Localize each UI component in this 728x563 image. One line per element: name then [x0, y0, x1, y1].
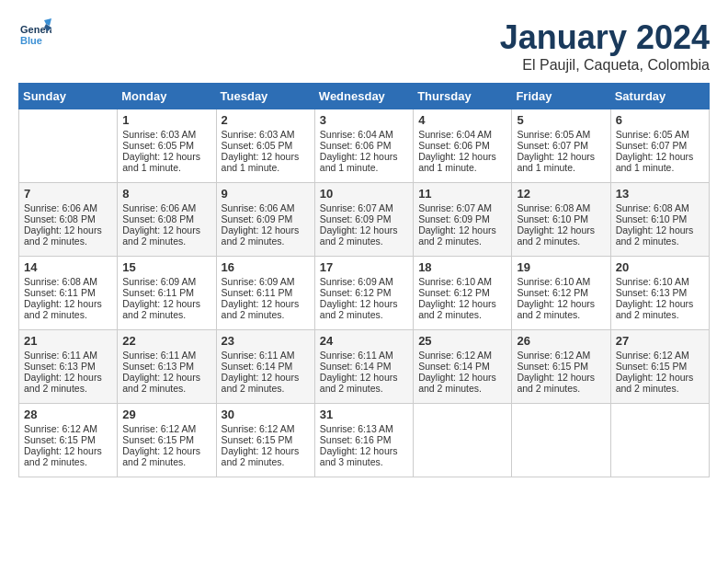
daylight-text: Daylight: 12 hours and 2 minutes. — [616, 372, 704, 394]
day-number: 29 — [122, 408, 210, 421]
day-number: 14 — [24, 260, 112, 274]
daylight-text: Daylight: 12 hours and 2 minutes. — [616, 298, 704, 320]
daylight-text: Daylight: 12 hours and 2 minutes. — [320, 298, 408, 320]
daylight-text: Daylight: 12 hours and 1 minute. — [418, 151, 506, 173]
svg-text:Blue: Blue — [20, 35, 42, 46]
sunset-text: Sunset: 6:09 PM — [418, 213, 506, 224]
month-title: January 2024 — [500, 18, 710, 57]
logo-icon: General Blue — [18, 18, 51, 52]
sunset-text: Sunset: 6:09 PM — [222, 213, 310, 224]
calendar-cell: 3Sunrise: 6:04 AMSunset: 6:06 PMDaylight… — [314, 109, 413, 183]
day-number: 7 — [24, 187, 112, 201]
sunrise-text: Sunrise: 6:03 AM — [122, 129, 210, 140]
day-number: 5 — [517, 113, 605, 127]
sunrise-text: Sunrise: 6:03 AM — [222, 129, 310, 140]
calendar-week-row: 1Sunrise: 6:03 AMSunset: 6:05 PMDaylight… — [19, 109, 710, 183]
calendar-cell: 2Sunrise: 6:03 AMSunset: 6:05 PMDaylight… — [216, 109, 314, 183]
calendar-cell: 10Sunrise: 6:07 AMSunset: 6:09 PMDayligh… — [314, 183, 413, 257]
daylight-text: Daylight: 12 hours and 1 minute. — [222, 151, 310, 173]
logo: General Blue — [18, 18, 51, 52]
calendar-cell: 27Sunrise: 6:12 AMSunset: 6:15 PMDayligh… — [610, 330, 709, 404]
sunset-text: Sunset: 6:12 PM — [320, 287, 408, 298]
sunset-text: Sunset: 6:14 PM — [320, 361, 408, 372]
sunrise-text: Sunrise: 6:12 AM — [24, 423, 112, 434]
day-number: 9 — [222, 187, 310, 201]
daylight-text: Daylight: 12 hours and 2 minutes. — [222, 224, 310, 247]
day-number: 19 — [517, 260, 605, 274]
daylight-text: Daylight: 12 hours and 2 minutes. — [24, 224, 112, 247]
sunrise-text: Sunrise: 6:04 AM — [320, 129, 408, 140]
sunset-text: Sunset: 6:13 PM — [122, 361, 210, 372]
calendar-cell: 11Sunrise: 6:07 AMSunset: 6:09 PMDayligh… — [414, 183, 512, 257]
sunset-text: Sunset: 6:11 PM — [24, 287, 112, 298]
sunrise-text: Sunrise: 6:05 AM — [616, 129, 704, 140]
sunrise-text: Sunrise: 6:13 AM — [320, 423, 408, 434]
daylight-text: Daylight: 12 hours and 2 minutes. — [122, 298, 210, 320]
day-number: 17 — [320, 260, 408, 274]
day-number: 28 — [24, 408, 112, 421]
sunrise-text: Sunrise: 6:11 AM — [222, 350, 310, 361]
day-number: 2 — [222, 113, 310, 127]
sunset-text: Sunset: 6:15 PM — [222, 434, 310, 445]
sunrise-text: Sunrise: 6:12 AM — [122, 423, 210, 434]
calendar-cell: 23Sunrise: 6:11 AMSunset: 6:14 PMDayligh… — [216, 330, 314, 404]
sunrise-text: Sunrise: 6:11 AM — [24, 350, 112, 361]
sunrise-text: Sunrise: 6:10 AM — [616, 276, 704, 287]
day-number: 12 — [517, 187, 605, 201]
sunrise-text: Sunrise: 6:07 AM — [320, 202, 408, 213]
day-number: 24 — [320, 334, 408, 348]
sunset-text: Sunset: 6:14 PM — [222, 361, 310, 372]
sunrise-text: Sunrise: 6:10 AM — [418, 276, 506, 287]
daylight-text: Daylight: 12 hours and 2 minutes. — [24, 372, 112, 394]
calendar-cell: 24Sunrise: 6:11 AMSunset: 6:14 PMDayligh… — [314, 330, 413, 404]
daylight-text: Daylight: 12 hours and 2 minutes. — [24, 298, 112, 320]
daylight-text: Daylight: 12 hours and 2 minutes. — [222, 372, 310, 394]
calendar-cell: 17Sunrise: 6:09 AMSunset: 6:12 PMDayligh… — [314, 257, 413, 330]
sunset-text: Sunset: 6:15 PM — [616, 361, 704, 372]
calendar-cell: 26Sunrise: 6:12 AMSunset: 6:15 PMDayligh… — [512, 330, 610, 404]
sunrise-text: Sunrise: 6:10 AM — [517, 276, 605, 287]
daylight-text: Daylight: 12 hours and 2 minutes. — [122, 372, 210, 394]
daylight-text: Daylight: 12 hours and 1 minute. — [517, 151, 605, 173]
day-number: 22 — [122, 334, 210, 348]
calendar-cell: 4Sunrise: 6:04 AMSunset: 6:06 PMDaylight… — [414, 109, 512, 183]
header-wednesday: Wednesday — [314, 84, 413, 109]
day-number: 21 — [24, 334, 112, 348]
calendar-cell: 16Sunrise: 6:09 AMSunset: 6:11 PMDayligh… — [216, 257, 314, 330]
sunrise-text: Sunrise: 6:11 AM — [320, 350, 408, 361]
sunset-text: Sunset: 6:14 PM — [418, 361, 506, 372]
calendar-cell: 1Sunrise: 6:03 AMSunset: 6:05 PMDaylight… — [118, 109, 216, 183]
calendar-cell: 30Sunrise: 6:12 AMSunset: 6:15 PMDayligh… — [216, 404, 314, 477]
calendar-week-row: 7Sunrise: 6:06 AMSunset: 6:08 PMDaylight… — [19, 183, 710, 257]
daylight-text: Daylight: 12 hours and 2 minutes. — [616, 224, 704, 247]
sunset-text: Sunset: 6:12 PM — [517, 287, 605, 298]
sunrise-text: Sunrise: 6:08 AM — [24, 276, 112, 287]
calendar-cell: 28Sunrise: 6:12 AMSunset: 6:15 PMDayligh… — [19, 404, 118, 477]
daylight-text: Daylight: 12 hours and 2 minutes. — [418, 298, 506, 320]
calendar-cell — [19, 109, 118, 183]
sunset-text: Sunset: 6:11 PM — [122, 287, 210, 298]
sunrise-text: Sunrise: 6:06 AM — [24, 202, 112, 213]
day-number: 13 — [616, 187, 704, 201]
sunrise-text: Sunrise: 6:08 AM — [616, 202, 704, 213]
daylight-text: Daylight: 12 hours and 2 minutes. — [418, 224, 506, 247]
calendar-cell: 15Sunrise: 6:09 AMSunset: 6:11 PMDayligh… — [118, 257, 216, 330]
header-thursday: Thursday — [414, 84, 512, 109]
day-number: 6 — [616, 113, 704, 127]
day-number: 20 — [616, 260, 704, 274]
daylight-text: Daylight: 12 hours and 1 minute. — [122, 151, 210, 173]
calendar-cell: 29Sunrise: 6:12 AMSunset: 6:15 PMDayligh… — [118, 404, 216, 477]
header-saturday: Saturday — [610, 84, 709, 109]
calendar-cell — [414, 404, 512, 477]
daylight-text: Daylight: 12 hours and 3 minutes. — [320, 445, 408, 467]
day-number: 23 — [222, 334, 310, 348]
header-sunday: Sunday — [19, 84, 118, 109]
day-number: 26 — [517, 334, 605, 348]
calendar-cell: 18Sunrise: 6:10 AMSunset: 6:12 PMDayligh… — [414, 257, 512, 330]
sunrise-text: Sunrise: 6:09 AM — [122, 276, 210, 287]
sunset-text: Sunset: 6:15 PM — [122, 434, 210, 445]
day-number: 3 — [320, 113, 408, 127]
day-number: 11 — [418, 187, 506, 201]
sunset-text: Sunset: 6:05 PM — [222, 140, 310, 151]
daylight-text: Daylight: 12 hours and 2 minutes. — [517, 372, 605, 394]
